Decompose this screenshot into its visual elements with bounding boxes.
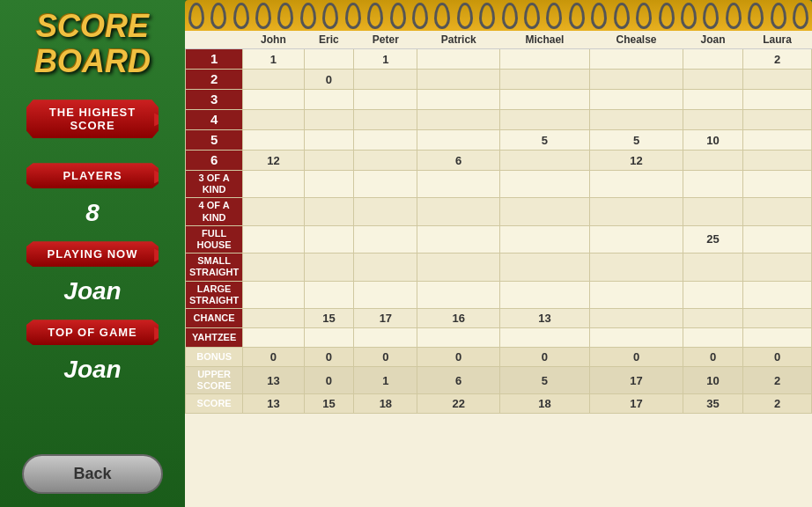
top-of-game-button[interactable]: TOP OF GAME [26,320,159,345]
cell-r5-c5: 12 [589,151,683,171]
back-button[interactable]: Back [22,454,163,494]
spiral-10 [412,3,428,29]
row-label-14: UPPERSCORE [186,366,243,393]
spiral-7 [345,3,361,29]
cell-r4-c3 [417,130,499,151]
spiral-3 [255,3,271,29]
table-row: SCORE131518221817352 [186,394,812,414]
cell-r15-c0: 13 [243,394,304,414]
cell-r7-c1 [304,198,354,225]
cell-r5-c3: 6 [417,151,499,171]
spiral-8 [367,3,383,29]
cell-r13-c6: 0 [683,347,743,366]
cell-r4-c0 [243,130,304,151]
spiral-24 [726,3,742,29]
row-label-13: BONUS [186,347,243,366]
row-label-5: 6 [186,151,243,171]
cell-r11-c2: 17 [354,308,417,327]
table-row: YAHTZEE [186,327,812,347]
table-row: 612612 [186,151,812,171]
playing-now-button[interactable]: PLAYING NOW [26,241,159,267]
table-row: 55510 [186,130,812,151]
cell-r0-c2: 1 [354,49,417,70]
spiral-6 [322,3,338,29]
cell-r11-c5 [589,308,683,327]
cell-r12-c4 [499,327,589,347]
cell-r3-c2 [354,110,417,130]
cell-r9-c3 [417,254,499,281]
spiral-12 [457,3,473,29]
table-row: 3 OF AKIND [186,171,812,198]
cell-r7-c0 [243,198,304,225]
cell-r12-c5 [589,327,683,347]
row-label-11: CHANCE [186,308,243,327]
cell-r3-c0 [243,110,304,130]
cell-r2-c4 [499,90,589,110]
table-row: 4 OF AKIND [186,198,812,225]
cell-r11-c0 [243,308,304,327]
cell-r1-c4 [499,70,589,90]
table-row: FULLHOUSE25 [186,225,812,253]
cell-r15-c6: 35 [683,394,743,414]
cell-r11-c3: 16 [417,308,499,327]
cell-r7-c2 [354,198,417,225]
players-button[interactable]: PLAYERS [26,163,159,188]
table-row: SMALLSTRAIGHT [186,254,812,281]
cell-r14-c0: 13 [243,366,304,393]
top-of-game-value: Joan [63,356,121,384]
cell-r5-c6 [683,151,743,171]
table-row: UPPERSCORE13016517102 [186,366,812,393]
cell-r9-c6 [683,254,743,281]
cell-r0-c1 [304,49,354,70]
column-header-patrick: Patrick [417,31,499,49]
app-title: SCOREBOARD [34,9,151,78]
cell-r12-c2 [354,327,417,347]
cell-r8-c1 [304,225,354,253]
spiral-26 [771,3,786,29]
column-header-chealse: Chealse [589,31,683,49]
cell-r15-c1: 15 [304,394,354,414]
cell-r14-c4: 5 [499,366,589,393]
cell-r13-c5: 0 [589,347,683,366]
row-label-6: 3 OF AKIND [186,171,243,198]
cell-r11-c6 [683,308,743,327]
cell-r1-c2 [354,70,417,90]
cell-r1-c0 [243,70,304,90]
cell-r15-c3: 22 [417,394,499,414]
cell-r3-c4 [499,110,589,130]
cell-r9-c1 [304,254,354,281]
cell-r11-c4: 13 [499,308,589,327]
cell-r3-c3 [417,110,499,130]
cell-r6-c3 [417,171,499,198]
cell-r4-c4: 5 [499,130,589,151]
cell-r13-c0: 0 [243,347,304,366]
cell-r13-c1: 0 [304,347,354,366]
table-row: CHANCE15171613 [186,308,812,327]
cell-r1-c7 [743,70,812,90]
column-header-laura: Laura [743,31,812,49]
cell-r8-c5 [589,225,683,253]
spiral-16 [546,3,562,29]
cell-r8-c7 [743,225,812,253]
cell-r3-c6 [683,110,743,130]
table-row: 1112 [186,49,812,70]
cell-r9-c2 [354,254,417,281]
cell-r0-c5 [589,49,683,70]
row-label-12: YAHTZEE [186,327,243,347]
cell-r7-c5 [589,198,683,225]
spiral-13 [479,3,495,29]
highest-score-button[interactable]: THE HIGHEST SCORE [26,99,159,138]
table-row: 4 [186,110,812,130]
cell-r15-c2: 18 [354,394,417,414]
cell-r9-c4 [499,254,589,281]
cell-r4-c7 [743,130,812,151]
cell-r14-c3: 6 [417,366,499,393]
spiral-22 [681,3,697,29]
spiral-23 [703,3,719,29]
cell-r8-c2 [354,225,417,253]
cell-r15-c4: 18 [499,394,589,414]
cell-r0-c6 [683,49,743,70]
spiral-27 [793,3,808,29]
spiral-0 [188,3,204,29]
spiral-1 [210,3,226,29]
